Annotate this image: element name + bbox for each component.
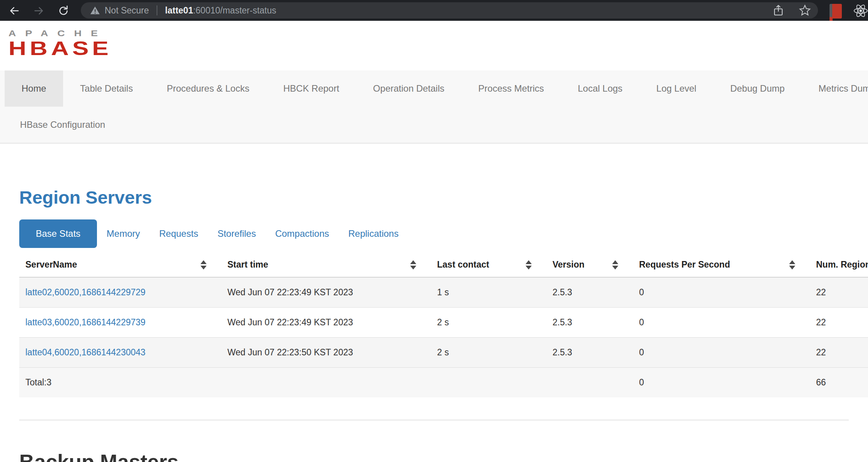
logo-hbase-text: HBASE [8, 39, 868, 58]
table-row: latte04,60020,1686144230043 Wed Jun 07 2… [19, 338, 868, 368]
column-header-last-contact[interactable]: Last contact [431, 253, 546, 277]
version-cell: 2.5.3 [546, 338, 633, 368]
tab-storefiles[interactable]: Storefiles [208, 219, 265, 248]
address-bar[interactable]: Not Secure latte01:60010/master-status [81, 2, 818, 18]
table-row: latte03,60020,1686144229739 Wed Jun 07 2… [19, 308, 868, 338]
column-header-servername[interactable]: ServerName [19, 253, 221, 277]
nav-item-procedures-locks[interactable]: Procedures & Locks [150, 70, 266, 107]
version-cell: 2.5.3 [546, 308, 633, 338]
back-arrow-icon [8, 5, 20, 17]
url-path: :60010/master-status [193, 5, 276, 15]
last-contact-cell: 2 s [431, 308, 546, 338]
tab-memory[interactable]: Memory [97, 219, 150, 248]
start-time-cell: Wed Jun 07 22:23:50 KST 2023 [221, 338, 431, 368]
forward-button[interactable] [33, 5, 45, 17]
table-total-row: Total:3 0 66 [19, 368, 868, 398]
extension-red-book-icon[interactable] [830, 4, 842, 18]
browser-toolbar: Not Secure latte01:60010/master-status [0, 0, 868, 21]
table-row: latte02,60020,1686144229729 Wed Jun 07 2… [19, 277, 868, 308]
nav-item-debug-dump[interactable]: Debug Dump [713, 70, 801, 107]
reload-icon [58, 5, 69, 17]
nav-item-operation-details[interactable]: Operation Details [356, 70, 461, 107]
tab-base-stats[interactable]: Base Stats [19, 219, 97, 248]
column-header-requests-per-second[interactable]: Requests Per Second [633, 253, 810, 277]
nav-item-local-logs[interactable]: Local Logs [561, 70, 639, 107]
region-server-link[interactable]: latte03,60020,1686144229739 [25, 317, 145, 327]
section-divider [19, 420, 849, 420]
not-secure-warning-icon [90, 6, 100, 15]
omnibox-separator [157, 5, 157, 15]
num-regions-cell: 22 [810, 308, 868, 338]
column-header-version[interactable]: Version [546, 253, 633, 277]
sort-icon[interactable] [200, 260, 207, 270]
forward-arrow-icon [33, 5, 45, 17]
total-label: Total:3 [19, 368, 221, 398]
total-requests-per-second: 0 [633, 368, 810, 398]
nav-item-table-details[interactable]: Table Details [63, 70, 150, 107]
num-regions-cell: 22 [810, 338, 868, 368]
nav-item-process-metrics[interactable]: Process Metrics [461, 70, 561, 107]
start-time-cell: Wed Jun 07 22:23:49 KST 2023 [221, 277, 431, 308]
navbar-row-2: HBase Configuration [0, 107, 868, 143]
region-servers-tabs: Base Stats Memory Requests Storefiles Co… [19, 219, 868, 248]
navbar-row-1: Home Table Details Procedures & Locks HB… [0, 70, 868, 107]
region-servers-title: Region Servers [19, 187, 868, 208]
region-servers-table: ServerName Start time Last contact Versi… [19, 253, 868, 397]
hbase-logo: APACHE HBASE [0, 21, 868, 70]
region-server-link[interactable]: latte02,60020,1686144229729 [25, 287, 145, 297]
nav-item-log-level[interactable]: Log Level [639, 70, 713, 107]
react-atom-icon [853, 3, 868, 18]
table-header-row: ServerName Start time Last contact Versi… [19, 253, 868, 277]
nav-item-hbck-report[interactable]: HBCK Report [266, 70, 356, 107]
bookmark-star-icon[interactable] [799, 4, 811, 17]
main-content: Region Servers Base Stats Memory Request… [0, 187, 868, 462]
region-server-link[interactable]: latte04,60020,1686144230043 [25, 347, 145, 357]
column-header-num-regions[interactable]: Num. Regions [810, 253, 868, 277]
sort-icon[interactable] [612, 260, 618, 270]
reload-button[interactable] [58, 5, 69, 17]
version-cell: 2.5.3 [546, 277, 633, 308]
requests-per-second-cell: 0 [633, 338, 810, 368]
last-contact-cell: 1 s [431, 277, 546, 308]
sort-icon[interactable] [410, 260, 416, 270]
backup-masters-title: Backup Masters [19, 450, 868, 462]
nav-item-hbase-configuration[interactable]: HBase Configuration [0, 107, 122, 143]
url-host: latte01 [165, 5, 193, 15]
extension-react-devtools-icon[interactable] [853, 3, 868, 20]
back-button[interactable] [8, 5, 20, 17]
sort-icon[interactable] [526, 260, 532, 270]
requests-per-second-cell: 0 [633, 308, 810, 338]
url-text: latte01:60010/master-status [165, 5, 276, 16]
tab-compactions[interactable]: Compactions [265, 219, 339, 248]
column-header-start-time[interactable]: Start time [221, 253, 431, 277]
nav-item-metrics-dump[interactable]: Metrics Dump [801, 70, 868, 107]
start-time-cell: Wed Jun 07 22:23:49 KST 2023 [221, 308, 431, 338]
total-num-regions: 66 [810, 368, 868, 398]
num-regions-cell: 22 [810, 277, 868, 308]
nav-item-home[interactable]: Home [5, 70, 63, 107]
main-navbar: Home Table Details Procedures & Locks HB… [0, 70, 868, 144]
last-contact-cell: 2 s [431, 338, 546, 368]
tab-requests[interactable]: Requests [150, 219, 208, 248]
not-secure-label: Not Secure [105, 5, 149, 16]
requests-per-second-cell: 0 [633, 277, 810, 308]
logo-apache-text: APACHE [8, 29, 868, 38]
share-icon[interactable] [773, 4, 784, 17]
sort-icon[interactable] [789, 260, 795, 270]
tab-replications[interactable]: Replications [339, 219, 408, 248]
